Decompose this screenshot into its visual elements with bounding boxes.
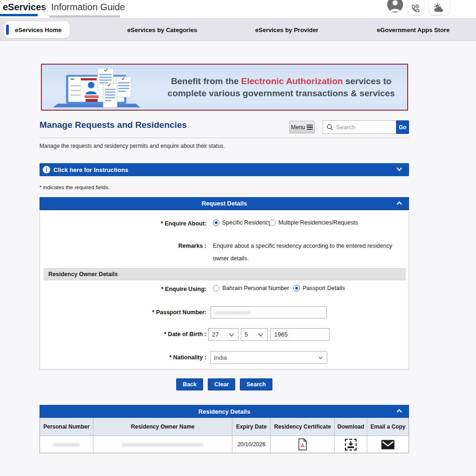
dob-year-value: 1965 [274,331,288,338]
required-fields-note: * indicates the required fields. [40,185,110,190]
page-subtitle: Manage the requests and residency permit… [40,143,225,149]
cell-residency-owner-name: xxxxxxxxxxxxxxxxxxxxxxxxxxx [93,436,233,453]
search-button[interactable]: Search [240,378,272,390]
back-button[interactable]: Back [176,378,203,390]
banner-highlight: Electronic Authorization [241,76,343,86]
email-envelope-icon[interactable] [381,440,395,450]
weather-sun-cloud-icon [433,3,446,13]
search-input[interactable] [336,124,396,131]
nationality-value: India [214,354,227,361]
top-bar: eServices Information Guide [0,0,476,19]
radio-unselected-icon[interactable] [213,285,219,291]
laptop-documents-illustration [48,67,153,111]
chevron-up-icon[interactable] [396,409,403,413]
search-icon [326,124,334,131]
search-bar: Go [323,120,409,134]
search-go-button[interactable]: Go [396,120,409,134]
instructions-toggle[interactable]: i Click here for Instructions [40,163,409,176]
select-chevron-icon [258,333,264,337]
radio-multiple-residencies[interactable]: Multiple Residencies/Requests [269,219,358,226]
weather-button[interactable] [429,0,450,15]
brand-logo[interactable]: eServices [3,2,46,13]
request-details-header[interactable]: Request Details [40,197,409,210]
active-indicator-bar [6,25,9,35]
radio-selected-icon[interactable] [213,219,219,226]
banner-message: Benefit from the Electronic Authorizatio… [160,65,402,110]
enquire-about-label: * Enquire About: [40,220,206,227]
nav-item-eservices-by-categories[interactable]: eServices by Categories [127,26,197,33]
residency-owner-details-bar: Residency Owner Details [44,268,406,280]
chevron-up-icon[interactable] [396,201,403,205]
page-title: Manage Requests and Residencies [40,120,187,130]
radio-selected-icon[interactable] [293,285,300,291]
header-divider [45,4,45,14]
column-personal-number: Personal Number [40,418,93,436]
radio-unselected-icon[interactable] [269,219,276,226]
clear-button[interactable]: Clear [208,378,235,390]
radio-passport-details[interactable]: Passport Details [293,285,345,291]
table-header-row: Personal Number Residency Owner Name Exp… [40,418,409,436]
radio-bahrain-personal-number[interactable]: Bahrain Personal Number [213,285,289,291]
cell-email-a-copy [367,436,409,453]
menu-button[interactable]: Menu [289,121,315,133]
hamburger-icon [307,125,313,130]
remarks-label: Remarks : [40,243,206,249]
contact-phone-button[interactable] [407,0,424,15]
column-download: Download [335,418,367,436]
radio-label: Bahrain Personal Number [222,285,289,291]
cell-residency-certificate [271,436,335,453]
promo-banner[interactable]: Benefit from the Electronic Authorizatio… [41,64,408,111]
cell-download [335,436,367,453]
person-icon [387,0,403,13]
request-details-body: * Enquire About: Specific Residency Mult… [40,211,409,370]
download-icon[interactable] [345,439,357,450]
residency-owner-details-title: Residency Owner Details [48,271,118,278]
dob-day-select[interactable]: 27 [208,328,238,341]
information-guide-underline [49,15,120,18]
passport-number-label: * Passport Number: [40,309,206,316]
owner-name-redacted: xxxxxxxxxxxxxxxxxxxxxxxxxxx [122,442,204,447]
dob-month-value: 5 [245,331,248,338]
residency-details-header[interactable]: Residency Details [40,405,409,418]
nationality-select[interactable]: India [210,351,327,364]
title-divider [40,138,409,138]
dob-year-input[interactable]: 1965 [270,328,330,341]
nationality-label: * Nationality : [40,354,206,361]
banner-text-before: Benefit from the [171,76,241,86]
cell-personal-number: xxxxxxxxx [40,436,93,453]
phone-icon [411,4,420,13]
column-expiry-date: Expiry Date [232,418,271,436]
passport-number-redacted-value: xxxxxxxxxxxx [215,310,251,315]
radio-label: Specific Residency [222,219,271,226]
chevron-down-icon[interactable] [396,167,403,172]
search-box[interactable] [323,120,396,134]
nav-item-eservices-by-provider[interactable]: eServices by Provider [255,26,318,33]
radio-specific-residency[interactable]: Specific Residency [213,219,271,226]
column-residency-owner-name: Residency Owner Name [93,418,233,436]
instructions-label: Click here for Instructions [53,166,128,173]
dob-month-select[interactable]: 5 [241,328,268,341]
residency-details-table: Personal Number Residency Owner Name Exp… [40,418,409,453]
main-nav: eServices Home eServices by Categories e… [0,19,476,41]
passport-number-input[interactable]: xxxxxxxxxxxx [211,306,327,318]
nav-label: eServices Home [15,26,61,33]
menu-button-label: Menu [291,124,305,131]
info-icon: i [43,166,50,173]
request-details-title: Request Details [202,200,247,207]
enquire-using-label: * Enquire Using: [40,286,206,292]
dob-day-value: 27 [212,331,218,338]
brand-active-underline [0,14,38,16]
column-residency-certificate: Residency Certificate [271,418,335,436]
personal-number-redacted: xxxxxxxxx [53,442,80,447]
select-chevron-icon [229,333,234,337]
user-profile-icon[interactable] [387,0,403,13]
nav-item-egovernment-apps-store[interactable]: eGovernment Apps Store [377,26,450,33]
pdf-document-icon[interactable] [298,438,307,450]
table-row: xxxxxxxxx xxxxxxxxxxxxxxxxxxxxxxxxxxx 20… [40,436,409,453]
nav-item-eservices-home[interactable]: eServices Home [4,21,70,38]
tab-information-guide[interactable]: Information Guide [51,2,125,13]
remarks-text: Enquire about a specific residency accor… [213,240,404,265]
radio-label: Multiple Residencies/Requests [278,219,358,226]
date-of-birth-label: * Date of Birth : [40,331,206,337]
residency-details-title: Residency Details [198,408,250,415]
